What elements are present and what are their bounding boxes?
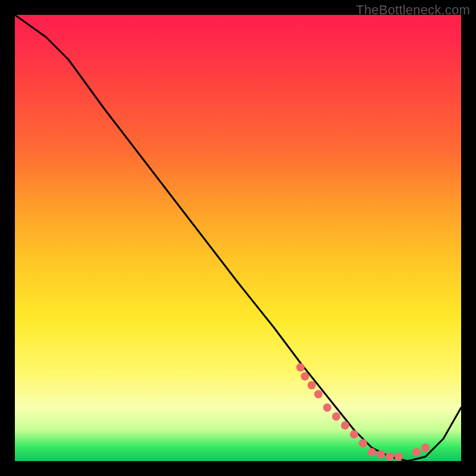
- data-marker: [341, 421, 349, 430]
- data-marker: [308, 381, 316, 390]
- chart-frame: TheBottleneck.com: [0, 0, 476, 476]
- data-marker: [332, 412, 340, 421]
- data-marker: [359, 439, 367, 447]
- data-marker: [296, 364, 305, 372]
- curve-line: [15, 15, 461, 461]
- data-marker: [350, 430, 358, 439]
- data-marker: [421, 444, 430, 452]
- data-marker: [394, 453, 403, 461]
- data-marker: [301, 372, 309, 381]
- marker-group: [296, 364, 430, 461]
- watermark-label: TheBottleneck.com: [356, 2, 470, 18]
- plot-area: [15, 15, 461, 461]
- data-marker: [412, 448, 421, 456]
- data-marker: [386, 453, 394, 461]
- chart-svg: [15, 15, 461, 461]
- data-marker: [377, 450, 385, 459]
- data-marker: [314, 390, 322, 399]
- data-marker: [323, 403, 331, 412]
- data-marker: [368, 448, 376, 456]
